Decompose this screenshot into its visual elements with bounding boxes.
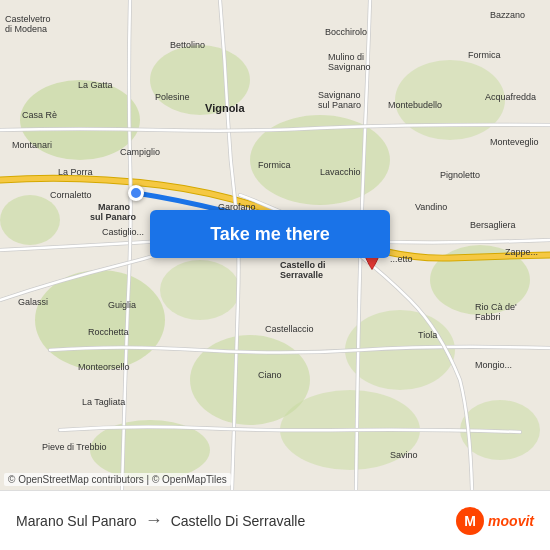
svg-text:Castello di: Castello di bbox=[280, 260, 326, 270]
svg-text:Serravalle: Serravalle bbox=[280, 270, 323, 280]
svg-text:...etto: ...etto bbox=[390, 254, 413, 264]
svg-text:Cornaletto: Cornaletto bbox=[50, 190, 92, 200]
svg-text:La Porra: La Porra bbox=[58, 167, 93, 177]
svg-text:Galassi: Galassi bbox=[18, 297, 48, 307]
svg-text:di Modena: di Modena bbox=[5, 24, 47, 34]
svg-text:Guiglia: Guiglia bbox=[108, 300, 136, 310]
svg-text:Castelvetro: Castelvetro bbox=[5, 14, 51, 24]
svg-text:Mulino di: Mulino di bbox=[328, 52, 364, 62]
svg-text:Monteorsello: Monteorsello bbox=[78, 362, 130, 372]
svg-text:Zappe...: Zappe... bbox=[505, 247, 538, 257]
origin-marker bbox=[128, 185, 144, 201]
svg-text:Casa Rè: Casa Rè bbox=[22, 110, 57, 120]
route-from-label: Marano Sul Panaro bbox=[16, 513, 137, 529]
svg-text:Lavacchio: Lavacchio bbox=[320, 167, 361, 177]
svg-text:sul Panaro: sul Panaro bbox=[90, 212, 137, 222]
svg-text:Fabbri: Fabbri bbox=[475, 312, 501, 322]
svg-text:Vandino: Vandino bbox=[415, 202, 447, 212]
svg-text:Pignoletto: Pignoletto bbox=[440, 170, 480, 180]
svg-text:Bocchirolo: Bocchirolo bbox=[325, 27, 367, 37]
svg-text:Polesine: Polesine bbox=[155, 92, 190, 102]
moovit-logo: M moovit bbox=[456, 507, 534, 535]
svg-text:Formica: Formica bbox=[468, 50, 501, 60]
route-to-label: Castello Di Serravalle bbox=[171, 513, 306, 529]
svg-text:Acquafredda: Acquafredda bbox=[485, 92, 536, 102]
svg-text:Formica: Formica bbox=[258, 160, 291, 170]
svg-text:Montanari: Montanari bbox=[12, 140, 52, 150]
svg-point-5 bbox=[35, 270, 165, 370]
svg-text:Savignano: Savignano bbox=[328, 62, 371, 72]
svg-text:Tiola: Tiola bbox=[418, 330, 437, 340]
svg-text:Marano: Marano bbox=[98, 202, 131, 212]
svg-text:Mongio...: Mongio... bbox=[475, 360, 512, 370]
moovit-icon: M bbox=[456, 507, 484, 535]
svg-text:Pieve di Trebbio: Pieve di Trebbio bbox=[42, 442, 107, 452]
bottom-bar: Marano Sul Panaro → Castello Di Serraval… bbox=[0, 490, 550, 550]
svg-point-13 bbox=[160, 260, 240, 320]
svg-text:Campiglio: Campiglio bbox=[120, 147, 160, 157]
map-attribution: © OpenStreetMap contributors | © OpenMap… bbox=[4, 473, 231, 486]
svg-text:Castiglio...: Castiglio... bbox=[102, 227, 144, 237]
map-container: Castelvetro di Modena Bazzano Bettolino … bbox=[0, 0, 550, 490]
route-arrow-icon: → bbox=[145, 510, 163, 531]
svg-text:Vignola: Vignola bbox=[205, 102, 245, 114]
svg-text:sul Panaro: sul Panaro bbox=[318, 100, 361, 110]
svg-text:Bettolino: Bettolino bbox=[170, 40, 205, 50]
svg-text:Bazzano: Bazzano bbox=[490, 10, 525, 20]
svg-text:Savino: Savino bbox=[390, 450, 418, 460]
svg-text:Rio Cà de': Rio Cà de' bbox=[475, 302, 517, 312]
svg-text:Montebudello: Montebudello bbox=[388, 100, 442, 110]
take-me-there-button[interactable]: Take me there bbox=[150, 210, 390, 258]
svg-text:Savignano: Savignano bbox=[318, 90, 361, 100]
svg-text:La Gatta: La Gatta bbox=[78, 80, 113, 90]
svg-text:Rocchetta: Rocchetta bbox=[88, 327, 129, 337]
svg-text:Bersagliera: Bersagliera bbox=[470, 220, 516, 230]
svg-text:Castellaccio: Castellaccio bbox=[265, 324, 314, 334]
moovit-brand-text: moovit bbox=[488, 513, 534, 529]
svg-text:La Tagliata: La Tagliata bbox=[82, 397, 125, 407]
svg-text:Monteveglio: Monteveglio bbox=[490, 137, 539, 147]
svg-point-12 bbox=[0, 195, 60, 245]
svg-text:Ciano: Ciano bbox=[258, 370, 282, 380]
